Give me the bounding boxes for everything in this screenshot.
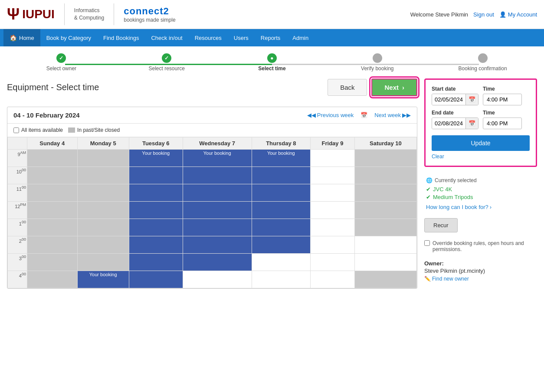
cell-tue-11[interactable] — [129, 184, 183, 202]
cell-fri-10[interactable] — [311, 167, 355, 184]
end-date-calendar-icon[interactable]: 📅 — [465, 118, 478, 129]
col-sun: Sunday 4 — [27, 137, 78, 150]
next-button[interactable]: Next › — [371, 78, 417, 96]
nav-users[interactable]: Users — [228, 29, 255, 46]
time-col-header — [8, 137, 27, 150]
table-row: 100 — [8, 219, 417, 236]
clear-link[interactable]: Clear — [432, 154, 444, 160]
cell-tue-2[interactable] — [129, 236, 183, 254]
cell-sun-12pm[interactable] — [27, 202, 78, 219]
step-label-5: Booking confirmation — [459, 65, 507, 72]
cell-thu-4[interactable] — [252, 271, 311, 288]
override-checkbox[interactable] — [424, 240, 430, 246]
signout-link[interactable]: Sign out — [473, 11, 494, 18]
cell-fri-4[interactable] — [311, 271, 355, 288]
nav-find-bookings[interactable]: Find Bookings — [97, 29, 145, 46]
start-date-input[interactable] — [432, 94, 465, 105]
cell-tue-3[interactable] — [129, 254, 183, 271]
cell-thu-11[interactable] — [252, 184, 311, 202]
cell-tue-10[interactable] — [129, 167, 183, 184]
cell-mon-2[interactable] — [77, 236, 129, 254]
how-long-link[interactable]: How long can I book for? › — [426, 204, 535, 210]
cell-sat-4[interactable] — [354, 271, 416, 288]
nav-checkin[interactable]: Check in/out — [145, 29, 188, 46]
cell-sun-9am[interactable] — [27, 150, 78, 167]
start-date-calendar-icon[interactable]: 📅 — [465, 94, 478, 105]
cell-tue-12pm[interactable] — [129, 202, 183, 219]
cell-mon-4[interactable]: Your booking — [77, 271, 129, 288]
end-date-input[interactable] — [432, 118, 465, 129]
cell-thu-12pm[interactable] — [252, 202, 311, 219]
nav-reports[interactable]: Reports — [255, 29, 287, 46]
cell-sat-12pm[interactable] — [354, 202, 416, 219]
start-time-input[interactable] — [483, 94, 522, 105]
prev-week-icon: ◀◀ — [307, 112, 316, 118]
cell-wed-3[interactable] — [183, 254, 252, 271]
cell-mon-3[interactable] — [77, 254, 129, 271]
cell-tue-1[interactable] — [129, 219, 183, 236]
cell-fri-2[interactable] — [311, 236, 355, 254]
cell-wed-1[interactable] — [183, 219, 252, 236]
cell-sun-4[interactable] — [27, 271, 78, 288]
cell-sat-9am[interactable] — [354, 150, 416, 167]
cell-wed-11[interactable] — [183, 184, 252, 202]
cell-fri-3[interactable] — [311, 254, 355, 271]
end-time-input[interactable] — [483, 118, 522, 129]
logo-connect: connect2 bookings made simple — [124, 6, 175, 23]
step-circle-4 — [373, 53, 382, 63]
progress-bar-section: ✓ Select owner ✓ Select resource ● Selec… — [0, 46, 544, 75]
cell-sat-1[interactable] — [354, 219, 416, 236]
myaccount-link[interactable]: 👤 My Account — [499, 11, 537, 18]
cell-mon-11[interactable] — [77, 184, 129, 202]
cell-sat-3[interactable] — [354, 254, 416, 271]
cell-wed-9am[interactable]: Your booking — [183, 150, 252, 167]
selected-item-1: ✔ JVC 4K — [426, 186, 535, 193]
cell-mon-1[interactable] — [77, 219, 129, 236]
cell-fri-1[interactable] — [311, 219, 355, 236]
time-cell-12pm: 12PM — [8, 202, 27, 219]
cell-wed-2[interactable] — [183, 236, 252, 254]
nav-resources[interactable]: Resources — [189, 29, 228, 46]
cell-mon-10[interactable] — [77, 167, 129, 184]
nav-admin[interactable]: Admin — [286, 29, 315, 46]
cell-sun-10[interactable] — [27, 167, 78, 184]
nav-book-by-category[interactable]: Book by Category — [40, 29, 97, 46]
legend-closed: In past/Site closed — [68, 127, 120, 133]
cell-sun-1[interactable] — [27, 219, 78, 236]
cell-sun-2[interactable] — [27, 236, 78, 254]
cell-mon-12pm[interactable] — [77, 202, 129, 219]
main-nav: 🏠 Home Book by Category Find Bookings Ch… — [0, 29, 544, 46]
legend-closed-label: In past/Site closed — [77, 127, 120, 133]
cell-tue-4[interactable] — [129, 271, 183, 288]
calendar-table: Sunday 4 Monday 5 Tuesday 6 Wednesday 7 … — [7, 137, 417, 288]
recur-button[interactable]: Recur — [424, 218, 458, 232]
cell-thu-1[interactable] — [252, 219, 311, 236]
legend-available-checkbox[interactable] — [13, 127, 19, 133]
cell-wed-10[interactable] — [183, 167, 252, 184]
nav-home[interactable]: 🏠 Home — [3, 29, 40, 46]
cell-tue-9am[interactable]: Your booking — [129, 150, 183, 167]
cell-wed-12pm[interactable] — [183, 202, 252, 219]
cell-sat-10[interactable] — [354, 167, 416, 184]
update-button[interactable]: Update — [432, 135, 530, 151]
prev-week-link[interactable]: ◀◀ Previous week — [307, 112, 354, 118]
cell-fri-9am[interactable] — [311, 150, 355, 167]
cell-fri-11[interactable] — [311, 184, 355, 202]
cell-thu-9am[interactable]: Your booking — [252, 150, 311, 167]
logo-dept: Informatics & Computing — [74, 7, 104, 22]
cell-sun-11[interactable] — [27, 184, 78, 202]
how-long-text: How long can I book for? — [426, 204, 488, 210]
cell-thu-10[interactable] — [252, 167, 311, 184]
cell-mon-9am[interactable] — [77, 150, 129, 167]
cell-fri-12pm[interactable] — [311, 202, 355, 219]
nav-find-label: Find Bookings — [103, 35, 139, 41]
cell-sun-3[interactable] — [27, 254, 78, 271]
cell-thu-3[interactable] — [252, 254, 311, 271]
find-owner-link[interactable]: ✏️ Find new owner — [424, 276, 537, 282]
cell-sat-2[interactable] — [354, 236, 416, 254]
back-button[interactable]: Back — [328, 79, 367, 96]
next-week-link[interactable]: Next week ▶▶ — [374, 112, 411, 118]
cell-sat-11[interactable] — [354, 184, 416, 202]
cell-wed-4[interactable] — [183, 271, 252, 288]
cell-thu-2[interactable] — [252, 236, 311, 254]
